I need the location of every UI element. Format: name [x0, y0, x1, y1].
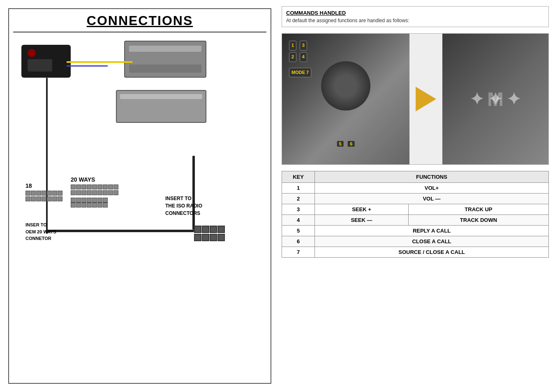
- btn-overlay: 1 3 2 4 MODE 7: [288, 40, 312, 78]
- func-cell-right: TRACK DOWN: [408, 215, 548, 226]
- table-row: 6CLOSE A CALL: [282, 236, 549, 247]
- pin: [108, 190, 113, 195]
- commands-desc: At default the assigned functions are ha…: [286, 18, 544, 23]
- connector-18-label: 18: [25, 182, 62, 189]
- pin: [81, 203, 86, 208]
- radio-unit-middle: [116, 90, 206, 123]
- iso-pin: [217, 226, 225, 233]
- pin: [87, 203, 92, 208]
- connections-title: CONNECTIONS: [13, 13, 266, 32]
- pin: [103, 198, 108, 203]
- pin: [47, 191, 52, 196]
- pin: [52, 196, 57, 201]
- func-cell-left: SEEK +: [315, 204, 409, 215]
- func-cell: VOL —: [315, 194, 549, 204]
- func-cell: SOURCE / CLOSE A CALL: [315, 247, 549, 258]
- brand-logo: ✦ ✦ ✦: [470, 90, 521, 108]
- pin: [103, 203, 108, 208]
- cable-vertical: [46, 78, 48, 234]
- cable-vertical-2: [192, 156, 195, 230]
- pin: [42, 196, 46, 201]
- connector-18: 18: [25, 182, 62, 201]
- diagram-area: 18: [13, 37, 266, 267]
- iso-pin: [194, 226, 201, 233]
- table-row: 4SEEK —TRACK DOWN: [282, 215, 549, 226]
- btn-num-6: 6: [347, 141, 355, 147]
- col-key: KEY: [282, 171, 315, 183]
- iso-pin: [202, 234, 209, 241]
- connector-20: 20 WAYS: [71, 176, 118, 208]
- pin: [36, 191, 41, 196]
- pin: [113, 190, 118, 195]
- pin: [87, 198, 92, 203]
- pin: [113, 184, 118, 189]
- pin: [81, 184, 86, 189]
- pin: [71, 184, 76, 189]
- table-row: 1VOL+: [282, 183, 549, 194]
- pin: [81, 198, 86, 203]
- device-box: [21, 45, 71, 78]
- commands-section: COMMANDS HANDLED At default the assigned…: [282, 6, 549, 27]
- pin: [31, 191, 36, 196]
- pin: [76, 190, 81, 195]
- pin: [97, 184, 102, 189]
- key-cell: 5: [282, 226, 315, 236]
- pin: [92, 190, 97, 195]
- func-cell-left: SEEK —: [315, 215, 409, 226]
- pin: [81, 190, 86, 195]
- key-cell: 1: [282, 183, 315, 194]
- pin: [31, 196, 36, 201]
- col-functions: FUNCTIONS: [315, 171, 549, 183]
- pin: [71, 198, 76, 203]
- photo-steering-wheel: 1 3 2 4 MODE 7 5 6: [282, 34, 409, 164]
- pin: [25, 191, 30, 196]
- right-panel: COMMANDS HANDLED At default the assigned…: [280, 0, 555, 392]
- pin: [103, 190, 108, 195]
- cable-yellow: [67, 61, 132, 63]
- functions-table: KEY FUNCTIONS 1VOL+2VOL —3SEEK +TRACK UP…: [282, 171, 549, 258]
- table-row: 7SOURCE / CLOSE A CALL: [282, 247, 549, 258]
- cable-blue: [67, 65, 108, 67]
- pin: [87, 184, 92, 189]
- key-cell: 4: [282, 215, 315, 226]
- radio-unit-top: [124, 41, 206, 78]
- pin: [52, 191, 57, 196]
- pin: [76, 198, 81, 203]
- pin: [108, 184, 113, 189]
- func-cell: CLOSE A CALL: [315, 236, 549, 247]
- pin: [97, 203, 102, 208]
- connector-18-pins: [25, 191, 62, 201]
- pin: [92, 184, 97, 189]
- table-row: 2VOL —: [282, 194, 549, 204]
- pin: [92, 198, 97, 203]
- pin: [76, 184, 81, 189]
- commands-title: COMMANDS HANDLED: [286, 10, 544, 16]
- table-row: 5REPLY A CALL: [282, 226, 549, 236]
- key-cell: 6: [282, 236, 315, 247]
- pin: [36, 196, 41, 201]
- pin: [103, 184, 108, 189]
- arrow-right-icon: [416, 87, 436, 111]
- pin: [97, 190, 102, 195]
- left-panel: CONNECTIONS 18: [8, 8, 271, 384]
- pin: [42, 191, 46, 196]
- pin: [47, 196, 52, 201]
- iso-connector: [194, 226, 225, 241]
- arrow-separator: [409, 34, 442, 164]
- pin: [58, 196, 62, 201]
- btn-num-1: 1: [289, 41, 296, 51]
- pin: [76, 203, 81, 208]
- iso-pin: [202, 226, 209, 233]
- iso-pin: [194, 234, 201, 241]
- pin: [71, 190, 76, 195]
- pin: [71, 203, 76, 208]
- pin: [58, 191, 62, 196]
- photo-mitsubishi: ✦ ✦ ✦: [442, 34, 548, 164]
- inser-label: INSER TOOEM 20 WAYSCONNETOR: [25, 221, 56, 242]
- pin: [25, 196, 30, 201]
- btn-num-mode-7: MODE 7: [289, 68, 311, 78]
- connector-20-pins: [71, 184, 118, 208]
- photo-area: 1 3 2 4 MODE 7 5 6 ✦ ✦ ✦: [282, 33, 549, 165]
- func-cell: VOL+: [315, 183, 549, 194]
- key-cell: 3: [282, 204, 315, 215]
